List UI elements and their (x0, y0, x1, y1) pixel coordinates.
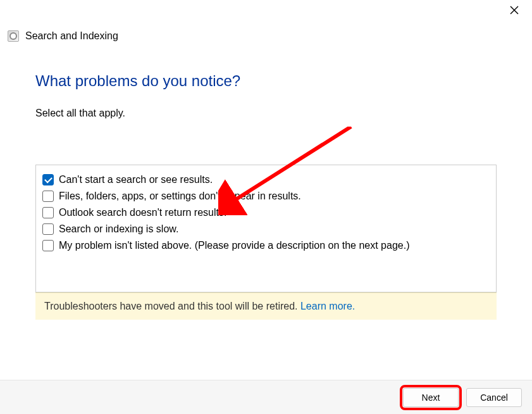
option-label: Can't start a search or see results. (59, 174, 213, 185)
checkbox-files-not-appear[interactable] (42, 191, 54, 202)
close-button[interactable] (504, 1, 524, 19)
troubleshooter-icon (8, 30, 19, 42)
option-row[interactable]: My problem isn't listed above. (Please p… (42, 237, 490, 254)
option-row[interactable]: Search or indexing is slow. (42, 221, 490, 237)
option-label: Outlook search doesn't return results. (59, 207, 226, 218)
cancel-button[interactable]: Cancel (466, 388, 522, 407)
window-title: Search and Indexing (25, 30, 118, 42)
header-row: Search and Indexing (0, 20, 532, 42)
checkbox-not-listed[interactable] (42, 240, 54, 251)
learn-more-link[interactable]: Learn more. (300, 301, 355, 311)
titlebar (0, 0, 532, 20)
checkbox-cant-start-search[interactable] (42, 174, 54, 185)
content-area: What problems do you notice? Select all … (0, 42, 532, 292)
option-row[interactable]: Can't start a search or see results. (42, 172, 490, 188)
options-panel: Can't start a search or see results. Fil… (35, 165, 497, 292)
option-row[interactable]: Files, folders, apps, or settings don't … (42, 188, 490, 204)
option-label: Files, folders, apps, or settings don't … (59, 191, 301, 202)
notice-text: Troubleshooters have moved and this tool… (44, 301, 300, 311)
option-label: Search or indexing is slow. (59, 223, 178, 235)
footer: Next Cancel (0, 380, 532, 414)
close-icon (510, 6, 519, 15)
notice-bar: Troubleshooters have moved and this tool… (35, 292, 497, 320)
checkbox-search-slow[interactable] (42, 223, 54, 235)
checkbox-outlook-no-results[interactable] (42, 207, 54, 218)
next-button[interactable]: Next (403, 388, 459, 407)
option-row[interactable]: Outlook search doesn't return results. (42, 204, 490, 221)
option-label: My problem isn't listed above. (Please p… (59, 240, 409, 251)
page-title: What problems do you notice? (35, 72, 497, 90)
instruction-text: Select all that apply. (35, 108, 497, 119)
